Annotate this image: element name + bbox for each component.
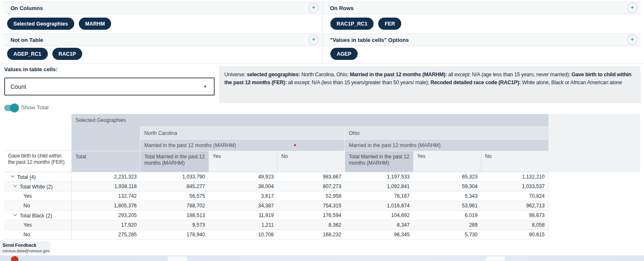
table-cell: 90,615 [481, 230, 548, 240]
table-cell: 1,197,533 [345, 172, 413, 182]
table-cell: 168,232 [277, 230, 345, 240]
pill-agep-rc1[interactable]: AGEP_RC1 [7, 48, 48, 60]
add-column-variable-icon[interactable]: + [309, 3, 319, 13]
row-header: Yes [4, 220, 72, 230]
row-header: Total Black (2) [4, 211, 72, 220]
table-row: No275,285178,94010,708168,23296,3455,730… [4, 230, 548, 240]
table-cell: 754,315 [277, 201, 345, 211]
table-cell: 5,730 [413, 230, 481, 240]
table-cell: 289 [413, 220, 481, 230]
table-cell: 188,513 [140, 211, 208, 220]
chevron-down-icon[interactable] [13, 183, 17, 187]
table-row: Total (4)2,231,3231,033,79049,923983,867… [4, 172, 548, 182]
table-cell: 8,362 [277, 220, 345, 230]
table-cell: 70,824 [481, 191, 548, 201]
table-cell: 962,713 [481, 201, 548, 211]
table-cell: 53,961 [413, 201, 481, 211]
pill-selected-geographies[interactable]: Selected Geographies [7, 18, 74, 30]
taskbar-app-icon-red[interactable] [11, 256, 18, 261]
col-header-total-married-nc: Total Married in the past 12 months (MAR… [140, 151, 208, 172]
on-rows-bar: On Rows + [323, 2, 641, 14]
feedback-box[interactable]: Send Feedback census.data@census.gov [0, 241, 50, 254]
col-header-yes-ohio: Yes [413, 151, 481, 172]
pill-fer[interactable]: FER [378, 18, 401, 30]
col-header-yes-nc: Yes [208, 151, 277, 172]
feedback-email[interactable]: census.data@census.gov [3, 248, 50, 253]
table-cell: 11,919 [208, 211, 277, 220]
add-not-on-table-variable-icon[interactable]: + [309, 35, 319, 45]
table-cell: 176,594 [277, 211, 345, 220]
table-cell: 1,805,376 [72, 201, 140, 211]
table-cell: 2,231,323 [72, 172, 140, 182]
pill-agep[interactable]: AGEP [330, 48, 358, 60]
values-options-bar: "Values in table cells" Options + [323, 34, 641, 46]
table-cell: 56,575 [140, 191, 208, 201]
pill-rac1p[interactable]: RAC1P [52, 48, 83, 60]
table-cell: 9,573 [140, 220, 208, 230]
marhm-subheader-ohio: Married in the past 12 months (MARHM) [345, 139, 548, 151]
table-cell: 3,617 [208, 191, 277, 201]
section-divider [0, 63, 644, 64]
pill-marhm[interactable]: MARHM [79, 18, 111, 30]
table-cell: 52,958 [277, 191, 345, 201]
table-cell: 788,702 [140, 201, 208, 211]
table-cell: 178,940 [140, 230, 208, 240]
universe-note: Universe: selected geographies: North Ca… [219, 66, 641, 103]
col-header-total: Total [72, 151, 140, 172]
values-in-table-cells-select[interactable]: Count ▾ [4, 78, 215, 96]
on-columns-title: On Columns [10, 5, 43, 11]
table-cell: 8,347 [345, 220, 413, 230]
table-cell: 1,132,210 [481, 172, 548, 182]
table-cell: 76,167 [345, 191, 413, 201]
table-cell: 104,692 [345, 211, 413, 220]
table-cell: 65,323 [413, 172, 481, 182]
chevron-down-icon[interactable] [13, 212, 17, 216]
add-row-variable-icon[interactable]: + [627, 3, 637, 13]
toggle-knob [10, 103, 19, 112]
table-row: Total Black (2)293,205188,51311,919176,5… [4, 211, 548, 220]
table-cell: 1,033,790 [140, 172, 208, 182]
table-cell: 49,923 [208, 172, 277, 182]
table-cell: 983,867 [277, 172, 345, 182]
col-header-total-married-ohio: Total Married in the past 12 months (MAR… [345, 151, 413, 172]
pill-rac1p-rc1[interactable]: RAC1P_RC1 [330, 18, 374, 30]
select-value: Count [10, 83, 26, 90]
add-values-option-icon[interactable]: + [627, 35, 637, 45]
column-divider [322, 0, 323, 62]
table-cell: 293,205 [72, 211, 140, 220]
table-header-extension [548, 114, 640, 172]
chevron-down-icon[interactable] [10, 173, 14, 177]
table-cell: 17,920 [72, 220, 140, 230]
row-header: No [4, 201, 72, 211]
geo-header-north-carolina: North Carolina [140, 127, 345, 139]
red-dot-indicator [294, 144, 296, 146]
table-cell: 5,343 [413, 191, 481, 201]
not-on-table-title: Not on Table [10, 37, 43, 43]
show-total-label: Show Total [21, 104, 49, 111]
table-row: No1,805,376788,70234,387754,3151,016,674… [4, 201, 548, 211]
table-cell: 845,277 [140, 182, 208, 191]
taskbar-button[interactable] [168, 256, 187, 261]
table-cell: 98,673 [481, 211, 548, 220]
table-cell: 275,285 [72, 230, 140, 240]
table-cell: 8,058 [481, 220, 548, 230]
table-row: Yes17,9209,5731,2118,3628,3472898,058 [4, 220, 548, 230]
chevron-down-icon: ▾ [204, 84, 206, 89]
table-row: Yes132,74256,5753,61752,95876,1675,34370… [4, 191, 548, 201]
on-rows-title: On Rows [330, 5, 353, 11]
total-column-band [72, 127, 140, 151]
col-header-no-ohio: No [481, 151, 548, 172]
table-cell: 1,938,118 [72, 182, 140, 191]
table-cell: 1,016,674 [345, 201, 413, 211]
show-total-toggle[interactable] [4, 105, 18, 111]
on-columns-bar: On Columns + [3, 2, 322, 14]
taskbar-button[interactable] [486, 256, 505, 261]
data-table: Selected Geographies North Carolina Ohio… [4, 114, 548, 240]
geo-header-ohio: Ohio [345, 127, 548, 139]
feedback-title: Send Feedback [3, 243, 50, 248]
col-header-no-nc: No [277, 151, 345, 172]
marhm-subheader-nc: Married in the past 12 months (MARHM) [140, 139, 345, 151]
values-in-table-cells-label: Values in table cells: [4, 66, 57, 72]
table-cell: 10,708 [208, 230, 277, 240]
table-cell: 34,387 [208, 201, 277, 211]
